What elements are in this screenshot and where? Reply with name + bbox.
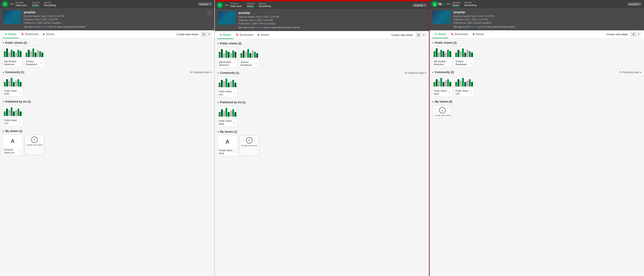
sort-control[interactable]: ⇅ Published date ▾ <box>190 71 212 74</box>
more-dots-icon[interactable]: ••• <box>225 3 229 7</box>
nav-item[interactable]: Analyze Sheet <box>32 1 40 7</box>
create-sheet-card[interactable]: + Create new sheet <box>432 105 452 119</box>
sheet-card[interactable]: Public Sheet (bob) ⓘ <box>432 76 452 96</box>
more-dots-icon[interactable]: ••• <box>447 2 451 6</box>
sheets-icon: ⊞ <box>434 33 437 35</box>
nav-item[interactable]: Narrate Storytelling <box>258 2 271 8</box>
section-chevron-icon[interactable]: ▾ <box>218 72 219 74</box>
edit-button[interactable]: ✎ <box>207 10 212 16</box>
app-badge[interactable]: qsop2qc ▾ <box>627 2 642 6</box>
section-chevron-icon[interactable]: ▾ <box>432 42 434 44</box>
create-sheet-card[interactable]: + Create new sheet <box>24 134 44 155</box>
more-icon[interactable]: ··· <box>233 62 236 65</box>
cards-grid: Qlik Analytic Adventure ··· Session Brea… <box>218 47 426 68</box>
info-icon[interactable]: ⓘ <box>233 91 236 95</box>
nav-item[interactable]: Prepare Data mod... <box>230 2 243 8</box>
topbar-nav: Prepare Data mod... Analyze Sheet Narrat… <box>230 2 410 8</box>
grid-view-toggle[interactable]: ⊞ <box>201 32 206 37</box>
sheet-section: ▾ My sheets (1) A Private Sheet (bob) ⓘ … <box>218 130 426 156</box>
more-icon[interactable]: ··· <box>448 61 451 64</box>
sheet-card[interactable]: A Private Sheet (bob) ⓘ <box>218 135 238 156</box>
nav-item[interactable]: Prepare Data mod... <box>16 1 28 7</box>
create-sheet-card[interactable]: + Create new sheet <box>239 135 259 156</box>
section-chevron-icon[interactable]: ▾ <box>3 71 4 74</box>
sheet-card[interactable]: Session Breakdown ⓘ <box>24 46 44 67</box>
info-icon[interactable]: ⓘ <box>255 62 258 65</box>
create-sheet-label: Create new sheet <box>240 144 258 147</box>
sheet-card[interactable]: Public Sheet (bob) ⓘ <box>3 76 23 96</box>
app-badge[interactable]: qsop2qc ▾ <box>412 3 427 7</box>
info-icon[interactable]: ⓘ <box>233 150 236 154</box>
panel-panel2: Q ••• Prepare Data mod... Analyze Sheet … <box>215 0 430 276</box>
info-icon[interactable]: ⓘ <box>40 61 43 64</box>
tab-sheets[interactable]: ⊞ Sheets <box>432 30 448 38</box>
nav-value: Storytelling <box>258 5 271 7</box>
topbar: Q ••• Prepare Data mod... Analyze Sheet … <box>0 0 214 8</box>
grid-view-toggle[interactable]: ⊞ <box>416 33 421 37</box>
sheet-card[interactable]: Session Breakdown ⓘ <box>454 46 474 67</box>
tab-stories[interactable]: ▶ Stories <box>41 30 56 38</box>
stories-icon: ▶ <box>258 33 260 36</box>
tab-bookmarks[interactable]: 🔖 Bookmarks <box>18 30 41 38</box>
info-icon[interactable]: ⓘ <box>233 121 236 124</box>
sheet-name: Public Sheet (bob) <box>219 120 233 125</box>
section-chevron-icon[interactable]: ▾ <box>218 101 219 104</box>
cards-grid: Qlik Analytic Adventure ··· Session Brea… <box>3 46 212 67</box>
section-chevron-icon[interactable]: ▾ <box>432 100 434 103</box>
panel-panel1: Q ••• Prepare Data mod... Analyze Sheet … <box>0 0 215 276</box>
nav-value: Data mod... <box>230 5 243 7</box>
more-icon[interactable]: ··· <box>18 61 21 64</box>
sheet-card[interactable]: A Personal Sheet (rvr) ⓘ <box>3 134 23 155</box>
nav-item[interactable]: Analyze Sheet <box>452 1 461 7</box>
sort-control[interactable]: ⇅ Published date ▾ <box>620 71 641 74</box>
nav-label: Prepare <box>16 1 28 4</box>
sheet-card[interactable]: Qlik Analytic Adventure ··· <box>218 47 238 68</box>
section-chevron-icon[interactable]: ▾ <box>218 42 219 45</box>
sheet-card[interactable]: Qlik Analytic Adventure ··· <box>432 46 452 67</box>
tab-bookmarks[interactable]: 🔖 Bookmarks <box>448 30 471 38</box>
tab-stories[interactable]: ▶ Stories <box>256 31 271 39</box>
section-chevron-icon[interactable]: ▾ <box>3 100 4 103</box>
nav-item[interactable]: Analyze Sheet <box>247 2 255 8</box>
section-chevron-icon[interactable]: ▾ <box>218 131 219 133</box>
create-new-sheet-button[interactable]: Create new sheet <box>604 33 630 36</box>
sheet-card[interactable]: Public Sheet (rvr) ⓘ <box>218 76 238 97</box>
info-icon[interactable]: ⓘ <box>470 61 473 64</box>
sheet-name: Personal Sheet (rvr) <box>4 148 18 154</box>
panel-panel3: Q lik Q ••• Analyze Sheet Narrate Storyt… <box>430 0 644 276</box>
more-dots-icon[interactable]: ••• <box>10 2 14 6</box>
create-sheet-label: Create new sheet <box>26 144 44 146</box>
section-chevron-icon[interactable]: ▾ <box>432 71 434 74</box>
create-new-sheet-button[interactable]: Create new sheet <box>175 33 200 36</box>
info-icon[interactable]: ⓘ <box>18 91 21 94</box>
sheet-name: Session Breakdown <box>26 60 40 66</box>
nav-item[interactable]: Narrate Storytelling <box>44 1 56 7</box>
info-icon[interactable]: ⓘ <box>448 91 451 94</box>
section-title: Public sheets (2) <box>220 42 242 45</box>
app-badge[interactable]: qsop2qc ▾ <box>197 2 212 6</box>
nav-item[interactable]: Narrate Storytelling <box>464 1 476 7</box>
list-view-toggle[interactable]: ☰ <box>636 32 641 37</box>
list-view-toggle[interactable]: ☰ <box>207 32 212 37</box>
nav-value: Storytelling <box>44 4 56 6</box>
list-view-toggle[interactable]: ☰ <box>421 33 426 37</box>
tab-sheets[interactable]: ⊞ Sheets <box>218 31 234 39</box>
sheet-card[interactable]: Public Sheet (bob) ⓘ <box>218 106 238 127</box>
sheet-card[interactable]: Qlik Analytic Adventure ··· <box>3 46 23 67</box>
tab-stories[interactable]: ▶ Stories <box>471 30 486 38</box>
sheet-card[interactable]: Session Breakdown ⓘ <box>239 47 259 68</box>
info-icon[interactable]: ⓘ <box>470 91 473 94</box>
sheet-section: ▾ Public sheets (2) Qlik Analytic Advent… <box>218 42 426 68</box>
sheet-name: Qlik Analytic Adventure <box>434 60 448 66</box>
sheet-card[interactable]: Public Sheet (rvr) ⓘ <box>3 105 23 126</box>
grid-view-toggle[interactable]: ⊞ <box>631 32 636 37</box>
section-chevron-icon[interactable]: ▾ <box>3 130 4 132</box>
sort-control[interactable]: ⇅ Published date ▾ <box>405 71 426 74</box>
info-icon[interactable]: ⓘ <box>18 120 21 123</box>
info-icon[interactable]: ⓘ <box>18 150 21 153</box>
tab-sheets[interactable]: ⊞ Sheets <box>3 30 18 38</box>
create-new-sheet-button[interactable]: Create new sheet <box>390 33 414 37</box>
sheet-card[interactable]: Public Sheet (rvr) ⓘ <box>454 76 474 96</box>
tab-bookmarks[interactable]: 🔖 Bookmarks <box>234 31 256 39</box>
section-chevron-icon[interactable]: ▾ <box>3 42 4 44</box>
